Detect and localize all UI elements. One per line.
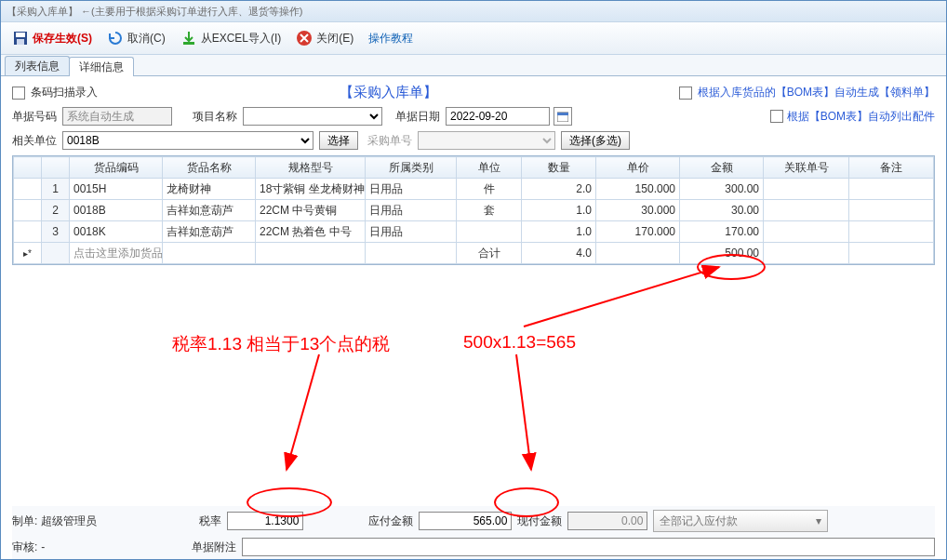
svg-line-9 [516, 354, 531, 470]
new-row[interactable]: ▸* 点击这里添加货品 合计4.0500.00 [14, 243, 934, 264]
svg-line-7 [524, 267, 719, 327]
corner-cell [14, 157, 42, 179]
table-row[interactable]: 1 0015H龙椅财神18寸紫铜 坐龙椅财神日用品 件2.0150.000300… [14, 179, 934, 200]
payable-input[interactable] [419, 512, 512, 530]
tutorial-link[interactable]: 操作教程 [363, 26, 419, 50]
col-remark[interactable]: 备注 [849, 157, 934, 179]
annotation-arrows-icon [12, 265, 942, 507]
doc-date-label: 单据日期 [395, 109, 446, 125]
col-qty[interactable]: 数量 [522, 157, 596, 179]
save-label: 保存生效(S) [33, 31, 92, 47]
po-label: 采购单号 [367, 133, 418, 149]
import-label: 从EXCEL导入(I) [201, 31, 282, 47]
cash-input [567, 512, 647, 530]
footer-row-2: 审核: - 单据附注 [12, 538, 935, 556]
tab-detail-info[interactable]: 详细信息 [69, 57, 134, 76]
title-bar: 【采购入库单】 ←(主要用于根据采购订单进行入库、退货等操作) [1, 1, 946, 22]
annotation-text-1: 税率1.13 相当于13个点的税 [172, 332, 390, 356]
col-code[interactable]: 货品编码 [70, 157, 163, 179]
project-select[interactable] [243, 107, 382, 126]
toolbar: 保存生效(S) 取消(C) 从EXCEL导入(I) 关闭(E) 操作教程 [1, 22, 946, 55]
remark-input[interactable] [242, 538, 935, 556]
barcode-scan-label: 条码扫描录入 [31, 85, 98, 100]
rownum-header [42, 157, 70, 179]
svg-rect-2 [17, 39, 24, 45]
close-label: 关闭(E) [316, 31, 353, 47]
pay-method-dropdown[interactable]: 全部记入应付款 [653, 510, 828, 532]
tab-strip: 列表信息 详细信息 [1, 55, 946, 76]
items-grid[interactable]: 货品编码 货品名称 规格型号 所属类别 单位 数量 单价 金额 关联单号 备注 [12, 155, 935, 265]
footer-row-1: 制单: 超级管理员 税率 应付金额 现付金额 全部记入应付 [12, 510, 935, 532]
cancel-button[interactable]: 取消(C) [101, 26, 171, 50]
save-icon [12, 30, 29, 47]
top-row: 条码扫描录入 【采购入库单】 根据入库货品的【BOM表】自动生成【领料单】 [12, 84, 935, 101]
close-icon [296, 30, 313, 47]
tab-list-info[interactable]: 列表信息 [5, 56, 70, 75]
footer: 制单: 超级管理员 税率 应付金额 现付金额 全部记入应付 [12, 506, 935, 560]
doc-no-input [62, 107, 172, 126]
choose-unit-button[interactable]: 选择 [319, 131, 358, 150]
svg-line-8 [287, 354, 319, 470]
project-label: 项目名称 [193, 109, 243, 125]
import-excel-button[interactable]: 从EXCEL导入(I) [175, 26, 287, 50]
auditor-label: 审核: [12, 540, 37, 555]
payable-label: 应付金额 [368, 513, 413, 529]
annotation-canvas: 税率1.13 相当于13个点的税 500x1.13=565 [12, 265, 935, 506]
rel-unit-label: 相关单位 [12, 133, 62, 149]
annotation-text-2: 500x1.13=565 [463, 332, 576, 353]
svg-rect-3 [183, 42, 194, 45]
auditor-value: - [41, 540, 45, 553]
col-amt[interactable]: 金额 [680, 157, 764, 179]
remark-label: 单据附注 [192, 540, 236, 555]
grid-header: 货品编码 货品名称 规格型号 所属类别 单位 数量 单价 金额 关联单号 备注 [14, 157, 934, 179]
bom-autogen-link[interactable]: 根据入库货品的【BOM表】自动生成【领料单】 [698, 85, 935, 100]
window-root: 【采购入库单】 ←(主要用于根据采购订单进行入库、退货等操作) 保存生效(S) … [0, 0, 947, 560]
window-title: 【采购入库单】 ←(主要用于根据采购订单进行入库、退货等操作) [7, 5, 302, 19]
col-unit[interactable]: 单位 [457, 157, 522, 179]
col-name[interactable]: 货品名称 [163, 157, 256, 179]
rel-unit-select[interactable]: 0018B [62, 131, 313, 150]
maker-label: 制单: [12, 513, 37, 529]
import-icon [180, 30, 197, 47]
table-row[interactable]: 3 0018K吉祥如意葫芦22CM 热着色 中号日用品 1.0170.00017… [14, 221, 934, 243]
doc-date-input[interactable] [446, 107, 550, 126]
form-row-1: 单据号码 项目名称 单据日期 根据【BOM表】自动列出配件 [12, 107, 935, 126]
bom-parts-link[interactable]: 根据【BOM表】自动列出配件 [787, 109, 935, 125]
col-spec[interactable]: 规格型号 [256, 157, 366, 179]
choose-po-multi-button[interactable]: 选择(多选) [561, 131, 630, 150]
svg-rect-6 [557, 113, 568, 115]
undo-icon [107, 30, 124, 47]
close-button[interactable]: 关闭(E) [290, 26, 359, 50]
svg-rect-1 [16, 33, 25, 37]
barcode-scan-checkbox[interactable] [12, 87, 25, 100]
table-row[interactable]: 2 0018B吉祥如意葫芦22CM 中号黄铜日用品 套1.030.00030.0… [14, 200, 934, 221]
col-rel[interactable]: 关联单号 [764, 157, 849, 179]
calendar-icon[interactable] [554, 107, 572, 126]
po-select [418, 131, 555, 150]
cash-label: 现付金额 [517, 513, 562, 529]
save-button[interactable]: 保存生效(S) [7, 26, 98, 50]
maker-value: 超级管理员 [41, 513, 97, 529]
bom-autogen-checkbox[interactable] [679, 87, 692, 100]
col-price[interactable]: 单价 [596, 157, 680, 179]
cancel-label: 取消(C) [127, 31, 166, 47]
form-row-2: 相关单位 0018B 选择 采购单号 选择(多选) [12, 131, 935, 150]
bom-parts-checkbox[interactable] [770, 110, 783, 123]
col-cat[interactable]: 所属类别 [366, 157, 457, 179]
tutorial-label: 操作教程 [368, 31, 413, 47]
rate-label: 税率 [199, 513, 221, 529]
doc-no-label: 单据号码 [12, 109, 62, 125]
form-body: 条码扫描录入 【采购入库单】 根据入库货品的【BOM表】自动生成【领料单】 单据… [1, 76, 946, 560]
page-headline: 【采购入库单】 [103, 84, 674, 101]
rate-input[interactable] [227, 512, 303, 530]
